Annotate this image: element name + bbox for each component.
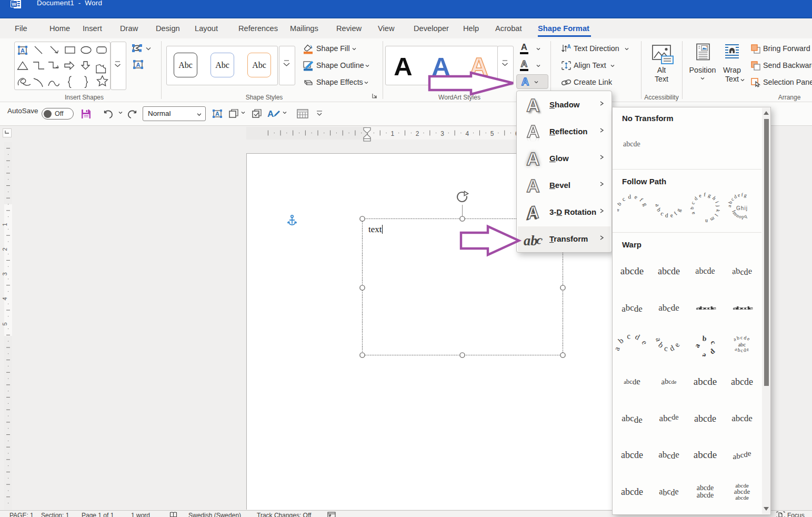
- svg-text:2: 2: [416, 130, 419, 137]
- svg-text:A: A: [567, 44, 570, 49]
- svg-text:W: W: [12, 2, 16, 7]
- svg-text:1: 1: [391, 130, 395, 137]
- svg-text:A: A: [267, 109, 274, 119]
- svg-text:A: A: [21, 47, 25, 54]
- svg-text:abcde: abcde: [615, 333, 649, 352]
- svg-text:abc: abc: [738, 342, 746, 347]
- svg-text:abcdefghijklmn: abcdefghijklmn: [690, 192, 720, 224]
- svg-text:abcde: abcde: [654, 337, 683, 353]
- svg-text:5: 5: [490, 130, 494, 137]
- svg-text:3: 3: [440, 130, 444, 137]
- svg-text:A: A: [215, 111, 219, 117]
- svg-text:Ghij: Ghij: [736, 205, 748, 211]
- svg-text:abcpe: abcpe: [693, 334, 719, 356]
- svg-text:4: 4: [465, 130, 469, 137]
- svg-text:A: A: [136, 62, 141, 68]
- svg-text:abcdefg: abcdefg: [655, 203, 683, 218]
- svg-text:abcdefg: abcdefg: [617, 193, 647, 212]
